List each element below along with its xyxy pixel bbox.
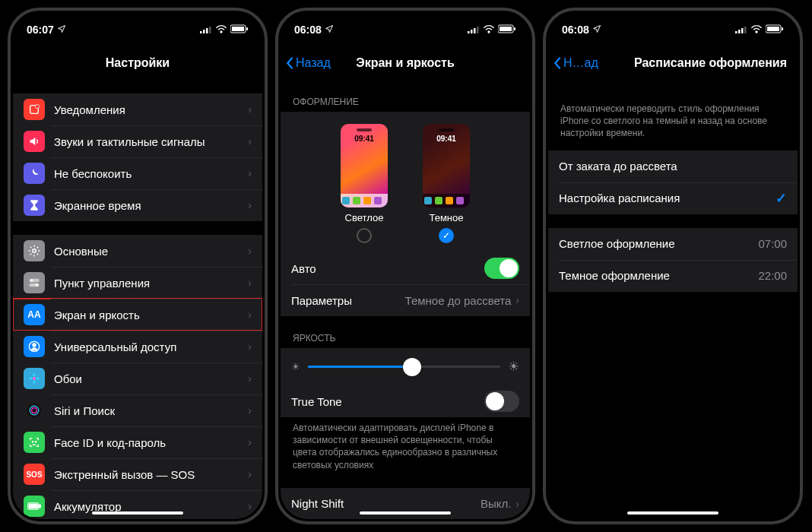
svg-point-34 <box>488 31 490 33</box>
settings-list[interactable]: Уведомления›Звуки и тактильные сигналы›Н… <box>13 80 262 519</box>
row-label: Пункт управления <box>54 277 248 290</box>
settings-row-flower[interactable]: Обои› <box>13 363 262 394</box>
svg-point-14 <box>36 283 38 286</box>
svg-rect-30 <box>468 31 470 33</box>
clock: 06:07 <box>27 24 54 36</box>
dark-time-row[interactable]: Темное оформление 22:00 <box>548 260 798 292</box>
chevron-icon: › <box>515 498 519 510</box>
settings-row-battery[interactable]: Аккумулятор› <box>13 490 262 519</box>
chevron-icon: › <box>248 340 252 353</box>
schedule-description: Автоматически переводить стиль оформлени… <box>548 93 798 143</box>
svg-point-12 <box>30 279 33 281</box>
radio-light[interactable] <box>357 228 372 243</box>
row-label: Экранное время <box>54 199 248 212</box>
option-custom-label: Настройка расписания <box>559 192 776 204</box>
svg-point-10 <box>33 249 36 253</box>
svg-rect-41 <box>744 27 747 33</box>
battery-icon <box>24 496 45 517</box>
sun-min-icon: ☀︎ <box>291 361 300 372</box>
schedule-settings[interactable]: Автоматически переводить стиль оформлени… <box>548 80 798 519</box>
location-icon <box>57 24 66 36</box>
clock: 06:08 <box>294 24 322 36</box>
chevron-icon: › <box>248 103 252 116</box>
settings-row-switches[interactable]: Пункт управления› <box>13 267 262 299</box>
settings-row-notify[interactable]: Уведомления› <box>13 93 262 125</box>
back-button[interactable]: Н…ад <box>553 56 598 70</box>
sound-icon <box>24 131 45 152</box>
notify-icon <box>24 99 45 120</box>
svg-rect-28 <box>39 505 40 508</box>
settings-row-face[interactable]: Face ID и код-пароль› <box>13 426 262 458</box>
display-settings[interactable]: ОФОРМЛЕНИЕ 09:41 Светлое 09:41 <box>281 80 530 519</box>
svg-rect-6 <box>232 27 244 31</box>
appearance-light[interactable]: 09:41 Светлое <box>341 124 388 243</box>
location-icon <box>592 24 601 36</box>
svg-rect-7 <box>246 27 248 30</box>
option-sunset[interactable]: От заката до рассвета <box>548 150 798 182</box>
status-indicators <box>468 24 516 36</box>
page-title: Настройки <box>106 56 170 70</box>
settings-row-aA[interactable]: AAЭкран и яркость› <box>13 299 262 331</box>
svg-point-21 <box>36 377 40 380</box>
row-label: Основные <box>54 245 248 258</box>
clock: 06:08 <box>562 24 589 36</box>
svg-rect-37 <box>514 27 515 30</box>
section-header-brightness: ЯРКОСТЬ <box>281 330 530 348</box>
settings-row-hourglass[interactable]: Экранное время› <box>13 189 262 221</box>
appearance-picker: 09:41 Светлое 09:41 Темное ✓ <box>281 112 530 252</box>
auto-row[interactable]: Авто <box>281 252 530 284</box>
svg-point-42 <box>756 31 757 33</box>
auto-label: Авто <box>291 262 484 275</box>
back-button[interactable]: Назад <box>285 56 331 70</box>
truetone-label: True Tone <box>291 395 484 408</box>
svg-point-20 <box>29 377 32 380</box>
svg-point-17 <box>33 377 36 380</box>
battery-icon <box>230 24 249 36</box>
sos-icon: SOS <box>24 464 45 485</box>
home-indicator[interactable] <box>92 511 183 515</box>
appearance-dark[interactable]: 09:41 Темное ✓ <box>423 124 470 243</box>
svg-rect-31 <box>471 30 473 33</box>
switches-icon <box>24 272 45 293</box>
battery-icon <box>766 24 784 36</box>
notch <box>612 13 734 33</box>
gear-icon <box>24 240 45 261</box>
wifi-icon <box>215 24 227 36</box>
row-label: Экран и яркость <box>54 309 248 321</box>
row-label: Универсальный доступ <box>54 340 248 353</box>
row-label: Face ID и код-пароль <box>54 436 248 449</box>
back-label: Назад <box>296 56 331 70</box>
settings-row-moon[interactable]: Не беспокоить› <box>13 157 262 189</box>
row-label: Не беспокоить <box>54 167 248 180</box>
phone-frame-settings: 06:07 Настройки Уведомления›Звуки и такт… <box>8 8 268 524</box>
siri-icon <box>24 400 45 421</box>
person-icon <box>24 336 45 357</box>
svg-point-18 <box>33 373 36 376</box>
settings-row-person[interactable]: Универсальный доступ› <box>13 331 262 363</box>
light-time-label: Светлое оформление <box>559 237 758 250</box>
settings-row-gear[interactable]: Основные› <box>13 235 262 267</box>
nightshift-value: Выкл. <box>481 497 511 510</box>
svg-rect-0 <box>200 31 202 33</box>
row-label: Звуки и тактильные сигналы <box>54 135 248 148</box>
home-indicator[interactable] <box>360 511 451 515</box>
svg-point-16 <box>33 344 36 347</box>
home-indicator[interactable] <box>627 511 718 515</box>
auto-toggle[interactable] <box>484 258 519 279</box>
radio-dark[interactable]: ✓ <box>439 228 454 243</box>
truetone-row[interactable]: True Tone <box>281 385 530 417</box>
notch <box>344 13 466 33</box>
settings-row-sound[interactable]: Звуки и тактильные сигналы› <box>13 125 262 157</box>
brightness-slider[interactable] <box>308 366 500 368</box>
params-row[interactable]: Параметры Темное до рассвета › <box>281 284 530 316</box>
chevron-icon: › <box>248 309 252 321</box>
chevron-icon: › <box>248 436 252 448</box>
settings-row-siri[interactable]: Siri и Поиск› <box>13 394 262 426</box>
svg-point-9 <box>35 104 39 108</box>
option-custom[interactable]: Настройка расписания ✓ <box>548 182 798 214</box>
settings-row-sos[interactable]: SOSЭкстренный вызов — SOS› <box>13 458 262 490</box>
truetone-toggle[interactable] <box>484 391 519 412</box>
preview-light: 09:41 <box>341 124 388 207</box>
svg-rect-39 <box>738 30 741 33</box>
light-time-row[interactable]: Светлое оформление 07:00 <box>548 228 798 260</box>
